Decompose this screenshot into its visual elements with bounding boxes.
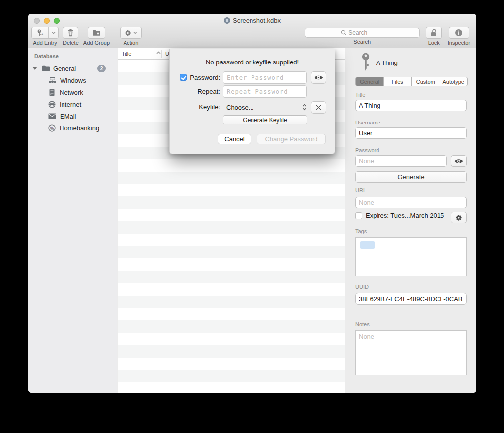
title-field[interactable]	[355, 100, 467, 111]
column-header-title[interactable]: Title	[122, 51, 131, 57]
search-icon	[341, 30, 347, 36]
tab-general[interactable]: General	[356, 77, 384, 86]
username-field[interactable]	[355, 127, 467, 139]
column-divider[interactable]	[161, 50, 162, 58]
title-field-label: Title	[355, 92, 365, 98]
traffic-lights	[34, 18, 60, 24]
change-password-button[interactable]: Change Password	[257, 134, 326, 144]
sidebar-item-label: EMail	[60, 113, 76, 120]
window-title: Screenshot.kdbx	[233, 17, 281, 24]
tags-input-area[interactable]	[355, 237, 467, 276]
expires-settings-button[interactable]	[451, 212, 467, 223]
percent-icon: %	[48, 124, 56, 132]
delete-button[interactable]: Delete	[63, 27, 79, 46]
generate-keyfile-button[interactable]: Generate Keyfile	[223, 115, 307, 124]
unlock-icon	[430, 29, 437, 37]
lock-button[interactable]: Lock	[426, 27, 442, 46]
zoom-button[interactable]	[54, 18, 60, 24]
notes-field[interactable]	[355, 330, 467, 375]
svg-text:%: %	[50, 125, 54, 130]
close-x-icon	[315, 104, 322, 111]
sidebar-item-email[interactable]: EMail	[28, 110, 117, 122]
dialog-message: No password or keyfile supplied!	[170, 59, 335, 66]
folder-icon	[42, 65, 50, 72]
password-input[interactable]	[223, 71, 307, 84]
notes-field-label: Notes	[355, 321, 370, 327]
change-password-dialog: No password or keyfile supplied! Passwor…	[169, 49, 335, 154]
add-entry-button[interactable]: + Add Entry	[31, 27, 59, 46]
username-field-label: Username	[355, 120, 380, 125]
info-icon	[455, 29, 463, 37]
cancel-button[interactable]: Cancel	[218, 134, 251, 144]
search-field[interactable]	[348, 29, 383, 36]
column-header-username[interactable]: U	[165, 51, 169, 57]
search-control: Search	[305, 27, 420, 46]
search-label: Search	[353, 39, 371, 45]
folder-plus-icon	[92, 29, 101, 36]
inspector-button[interactable]: Inspector	[448, 27, 470, 46]
sidebar-item-homebanking[interactable]: % Homebanking	[28, 122, 117, 134]
search-input[interactable]	[305, 28, 420, 38]
sidebar-item-label: Internet	[60, 101, 81, 108]
sidebar-item-label: Homebanking	[60, 124, 99, 132]
tab-files[interactable]: Files	[384, 77, 412, 86]
password-label: Password:	[185, 74, 220, 81]
password-field[interactable]	[355, 155, 447, 167]
gear-icon	[125, 29, 131, 37]
generate-password-button[interactable]: Generate	[355, 171, 467, 183]
key-plus-icon: +	[32, 27, 49, 38]
expires-label: Expires: Tues...March 2015	[366, 212, 444, 219]
sidebar-item-network[interactable]: Network	[28, 86, 117, 98]
sidebar-item-label: Windows	[60, 77, 86, 84]
disclosure-triangle-icon[interactable]	[32, 67, 37, 70]
sidebar-item-windows[interactable]: Windows	[28, 74, 117, 86]
keyfile-label: Keyfile:	[185, 103, 220, 111]
sort-ascending-icon	[156, 51, 161, 55]
repeat-input[interactable]	[223, 85, 307, 98]
document-proxy-icon	[224, 17, 230, 24]
entry-title: A Thing	[376, 59, 398, 66]
sidebar: Database General 2 Windows Network	[28, 48, 117, 393]
url-field-label: URL	[355, 187, 366, 193]
close-button[interactable]	[34, 18, 40, 24]
uuid-field-label: UUID	[355, 284, 369, 290]
add-group-label: Add Group	[83, 40, 110, 46]
action-button[interactable]: Action	[120, 27, 142, 46]
sidebar-item-label: General	[53, 65, 76, 72]
eye-icon	[454, 158, 463, 164]
windows-network-icon	[48, 77, 57, 84]
uuid-field[interactable]	[355, 293, 467, 305]
url-field[interactable]	[355, 197, 467, 208]
window-chrome: Screenshot.kdbx + Add Entry	[28, 14, 476, 48]
show-password-button[interactable]	[311, 71, 326, 84]
password-field-label: Password	[355, 147, 379, 153]
gear-icon	[455, 214, 462, 221]
add-group-button[interactable]: Add Group	[83, 27, 110, 46]
popup-stepper-icon	[302, 104, 307, 111]
entry-count-badge: 2	[97, 65, 106, 72]
svg-text:+: +	[41, 33, 43, 36]
expires-row: Expires: Tues...March 2015	[355, 212, 444, 219]
keyfile-popup[interactable]: Choose...	[223, 101, 307, 113]
action-label: Action	[124, 40, 139, 46]
minimize-button[interactable]	[44, 18, 50, 24]
repeat-label: Repeat:	[185, 88, 220, 95]
clear-keyfile-button[interactable]	[311, 101, 326, 114]
section-divider	[345, 316, 476, 316]
sidebar-item-internet[interactable]: Internet	[28, 98, 117, 110]
add-entry-label: Add Entry	[33, 40, 57, 46]
sidebar-item-general[interactable]: General 2	[28, 62, 117, 74]
titlebar[interactable]: Screenshot.kdbx	[28, 14, 476, 27]
inspector-label: Inspector	[448, 40, 470, 46]
tab-custom[interactable]: Custom	[412, 77, 440, 86]
delete-label: Delete	[63, 40, 79, 46]
inspector-panel: A Thing General Files Custom Autotype Ti…	[345, 48, 476, 393]
lock-label: Lock	[428, 40, 440, 46]
show-password-button[interactable]	[451, 155, 467, 167]
sidebar-item-label: Network	[60, 89, 83, 96]
add-entry-dropdown[interactable]	[49, 27, 58, 38]
app-window: Screenshot.kdbx + Add Entry	[28, 14, 476, 393]
trash-icon	[67, 29, 74, 37]
expires-checkbox[interactable]	[355, 212, 362, 219]
tab-autotype[interactable]: Autotype	[440, 77, 468, 86]
